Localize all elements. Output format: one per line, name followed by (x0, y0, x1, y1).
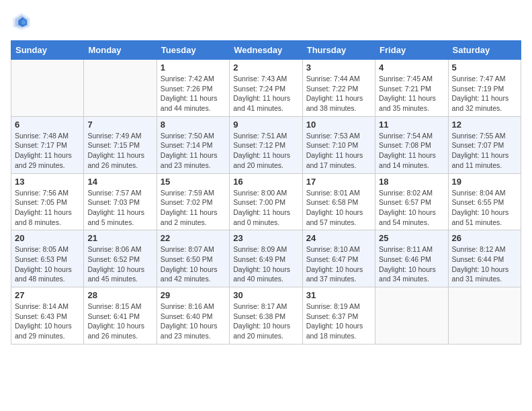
day-number: 24 (306, 233, 371, 243)
day-number: 9 (233, 120, 298, 130)
day-number: 26 (452, 233, 517, 243)
day-number: 21 (87, 233, 152, 243)
day-number: 2 (233, 62, 298, 73)
calendar-day-header: Sunday (11, 41, 84, 60)
calendar-day-cell: 23Sunrise: 8:09 AMSunset: 6:49 PMDayligh… (230, 230, 302, 287)
day-info: Sunrise: 7:44 AMSunset: 7:22 PMDaylight:… (306, 74, 371, 113)
calendar-day-cell (11, 60, 84, 117)
day-number: 28 (87, 290, 152, 300)
day-info: Sunrise: 8:06 AMSunset: 6:52 PMDaylight:… (87, 244, 152, 284)
calendar-day-cell: 5Sunrise: 7:47 AMSunset: 7:19 PMDaylight… (448, 60, 521, 117)
day-number: 11 (379, 120, 444, 130)
day-number: 1 (161, 62, 226, 73)
calendar-day-cell: 17Sunrise: 8:01 AMSunset: 6:58 PMDayligh… (302, 173, 375, 230)
calendar-day-cell: 29Sunrise: 8:16 AMSunset: 6:40 PMDayligh… (157, 287, 229, 345)
calendar-week-row: 6Sunrise: 7:48 AMSunset: 7:17 PMDaylight… (11, 116, 521, 173)
day-info: Sunrise: 7:55 AMSunset: 7:07 PMDaylight:… (452, 131, 517, 171)
calendar-day-cell: 6Sunrise: 7:48 AMSunset: 7:17 PMDaylight… (11, 116, 84, 173)
day-info: Sunrise: 8:12 AMSunset: 6:44 PMDaylight:… (452, 244, 517, 284)
day-number: 31 (306, 290, 371, 300)
day-number: 12 (452, 120, 517, 130)
calendar-day-cell: 25Sunrise: 8:11 AMSunset: 6:46 PMDayligh… (375, 230, 448, 287)
calendar-day-header: Wednesday (230, 41, 302, 60)
day-info: Sunrise: 7:56 AMSunset: 7:05 PMDaylight:… (15, 188, 80, 228)
day-number: 10 (306, 120, 371, 130)
day-number: 15 (161, 177, 226, 187)
calendar-header-row: SundayMondayTuesdayWednesdayThursdayFrid… (11, 41, 521, 60)
calendar-week-row: 1Sunrise: 7:42 AMSunset: 7:26 PMDaylight… (11, 60, 521, 117)
calendar-day-cell: 16Sunrise: 8:00 AMSunset: 7:00 PMDayligh… (230, 173, 302, 230)
day-info: Sunrise: 7:49 AMSunset: 7:15 PMDaylight:… (87, 131, 152, 171)
calendar-day-cell: 2Sunrise: 7:43 AMSunset: 7:24 PMDaylight… (230, 60, 302, 117)
day-info: Sunrise: 8:00 AMSunset: 7:00 PMDaylight:… (233, 188, 298, 228)
day-number: 29 (161, 290, 226, 300)
day-info: Sunrise: 8:02 AMSunset: 6:57 PMDaylight:… (379, 188, 444, 228)
calendar-day-header: Saturday (448, 41, 521, 60)
logo (11, 11, 35, 32)
calendar-day-cell (84, 60, 157, 117)
day-number: 25 (379, 233, 444, 243)
day-number: 14 (87, 177, 152, 187)
calendar-week-row: 20Sunrise: 8:05 AMSunset: 6:53 PMDayligh… (11, 230, 521, 287)
day-number: 27 (15, 290, 80, 300)
day-info: Sunrise: 8:01 AMSunset: 6:58 PMDaylight:… (306, 188, 371, 228)
day-info: Sunrise: 8:15 AMSunset: 6:41 PMDaylight:… (87, 302, 152, 341)
day-info: Sunrise: 8:05 AMSunset: 6:53 PMDaylight:… (15, 244, 80, 284)
day-number: 4 (379, 62, 444, 73)
calendar-week-row: 27Sunrise: 8:14 AMSunset: 6:43 PMDayligh… (11, 287, 521, 345)
calendar-day-cell: 24Sunrise: 8:10 AMSunset: 6:47 PMDayligh… (302, 230, 375, 287)
day-info: Sunrise: 8:09 AMSunset: 6:49 PMDaylight:… (233, 244, 298, 284)
day-info: Sunrise: 8:16 AMSunset: 6:40 PMDaylight:… (161, 302, 226, 341)
calendar-day-cell: 31Sunrise: 8:19 AMSunset: 6:37 PMDayligh… (302, 287, 375, 345)
day-number: 13 (15, 177, 80, 187)
day-number: 7 (87, 120, 152, 130)
day-info: Sunrise: 8:17 AMSunset: 6:38 PMDaylight:… (233, 302, 298, 341)
calendar-day-cell: 7Sunrise: 7:49 AMSunset: 7:15 PMDaylight… (84, 116, 157, 173)
calendar-day-cell: 26Sunrise: 8:12 AMSunset: 6:44 PMDayligh… (448, 230, 521, 287)
calendar-day-cell: 18Sunrise: 8:02 AMSunset: 6:57 PMDayligh… (375, 173, 448, 230)
day-info: Sunrise: 8:10 AMSunset: 6:47 PMDaylight:… (306, 244, 371, 284)
calendar-day-cell: 14Sunrise: 7:57 AMSunset: 7:03 PMDayligh… (84, 173, 157, 230)
calendar-day-cell: 19Sunrise: 8:04 AMSunset: 6:55 PMDayligh… (448, 173, 521, 230)
calendar-day-cell (375, 287, 448, 345)
calendar-day-header: Tuesday (157, 41, 229, 60)
day-info: Sunrise: 8:07 AMSunset: 6:50 PMDaylight:… (161, 244, 226, 284)
calendar-day-cell: 15Sunrise: 7:59 AMSunset: 7:02 PMDayligh… (157, 173, 229, 230)
calendar-day-cell: 30Sunrise: 8:17 AMSunset: 6:38 PMDayligh… (230, 287, 302, 345)
calendar-week-row: 13Sunrise: 7:56 AMSunset: 7:05 PMDayligh… (11, 173, 521, 230)
day-number: 30 (233, 290, 298, 300)
calendar-day-cell: 27Sunrise: 8:14 AMSunset: 6:43 PMDayligh… (11, 287, 84, 345)
day-number: 17 (306, 177, 371, 187)
calendar-day-cell: 21Sunrise: 8:06 AMSunset: 6:52 PMDayligh… (84, 230, 157, 287)
day-info: Sunrise: 7:47 AMSunset: 7:19 PMDaylight:… (452, 74, 517, 113)
calendar-day-cell: 1Sunrise: 7:42 AMSunset: 7:26 PMDaylight… (157, 60, 229, 117)
calendar-day-cell: 11Sunrise: 7:54 AMSunset: 7:08 PMDayligh… (375, 116, 448, 173)
day-info: Sunrise: 8:19 AMSunset: 6:37 PMDaylight:… (306, 302, 371, 341)
calendar-day-cell: 28Sunrise: 8:15 AMSunset: 6:41 PMDayligh… (84, 287, 157, 345)
day-info: Sunrise: 7:48 AMSunset: 7:17 PMDaylight:… (15, 131, 80, 171)
day-info: Sunrise: 7:43 AMSunset: 7:24 PMDaylight:… (233, 74, 298, 113)
day-info: Sunrise: 8:04 AMSunset: 6:55 PMDaylight:… (452, 188, 517, 228)
day-info: Sunrise: 7:42 AMSunset: 7:26 PMDaylight:… (161, 74, 226, 113)
calendar-table: SundayMondayTuesdayWednesdayThursdayFrid… (11, 40, 521, 345)
calendar-day-cell: 10Sunrise: 7:53 AMSunset: 7:10 PMDayligh… (302, 116, 375, 173)
day-number: 22 (161, 233, 226, 243)
calendar-day-cell (448, 287, 521, 345)
day-info: Sunrise: 7:53 AMSunset: 7:10 PMDaylight:… (306, 131, 371, 171)
day-info: Sunrise: 7:51 AMSunset: 7:12 PMDaylight:… (233, 131, 298, 171)
day-info: Sunrise: 7:54 AMSunset: 7:08 PMDaylight:… (379, 131, 444, 171)
logo-icon (11, 11, 32, 32)
day-number: 8 (161, 120, 226, 130)
calendar-day-cell: 8Sunrise: 7:50 AMSunset: 7:14 PMDaylight… (157, 116, 229, 173)
calendar-day-cell: 22Sunrise: 8:07 AMSunset: 6:50 PMDayligh… (157, 230, 229, 287)
calendar-day-cell: 3Sunrise: 7:44 AMSunset: 7:22 PMDaylight… (302, 60, 375, 117)
day-info: Sunrise: 7:57 AMSunset: 7:03 PMDaylight:… (87, 188, 152, 228)
day-number: 19 (452, 177, 517, 187)
day-info: Sunrise: 7:50 AMSunset: 7:14 PMDaylight:… (161, 131, 226, 171)
day-number: 16 (233, 177, 298, 187)
calendar-day-cell: 12Sunrise: 7:55 AMSunset: 7:07 PMDayligh… (448, 116, 521, 173)
day-info: Sunrise: 8:11 AMSunset: 6:46 PMDaylight:… (379, 244, 444, 284)
day-number: 18 (379, 177, 444, 187)
calendar-day-cell: 9Sunrise: 7:51 AMSunset: 7:12 PMDaylight… (230, 116, 302, 173)
day-info: Sunrise: 7:45 AMSunset: 7:21 PMDaylight:… (379, 74, 444, 113)
